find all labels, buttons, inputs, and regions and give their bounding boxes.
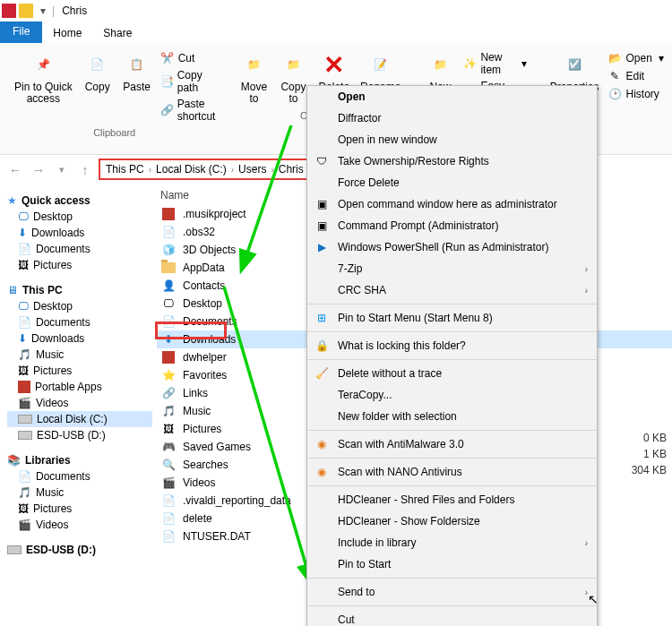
copy-path-button[interactable]: 📑Copy path bbox=[157, 68, 220, 95]
ctx-delnotrace[interactable]: 🧹Delete without a trace bbox=[307, 363, 597, 384]
usb-icon bbox=[18, 431, 32, 440]
open-btn[interactable]: 📂Open▾ bbox=[604, 50, 667, 66]
tree-esd[interactable]: ESD-USB (D:) bbox=[7, 542, 152, 558]
ctx-cmdadmin[interactable]: ▣Open command window here as administrat… bbox=[307, 193, 597, 215]
tree-pc-videos[interactable]: 🎬Videos bbox=[7, 395, 152, 411]
bc-part[interactable]: Local Disk (C:) bbox=[156, 163, 227, 176]
pc-icon: 🖥 bbox=[7, 284, 18, 296]
submenu-icon: › bbox=[585, 286, 588, 296]
tree-lib-music[interactable]: 🎵Music bbox=[7, 485, 152, 501]
start-icon: ⊞ bbox=[313, 310, 331, 326]
nav-up[interactable]: ↑ bbox=[75, 162, 95, 177]
tree-pictures[interactable]: 🖼Pictures bbox=[7, 257, 152, 273]
item-icon: ⭐ bbox=[161, 368, 176, 382]
app-icon bbox=[18, 381, 30, 393]
item-icon: 🧊 bbox=[161, 243, 176, 257]
ctx-cmdprompt[interactable]: ▣Command Prompt (Administrator) bbox=[307, 215, 597, 236]
ctx-cut[interactable]: Cut bbox=[307, 609, 597, 626]
open-icon: 📂 bbox=[607, 51, 622, 65]
ctx-forcedel[interactable]: Force Delete bbox=[307, 172, 597, 193]
window-title: Chris bbox=[62, 4, 87, 17]
edit-btn[interactable]: ✎Edit bbox=[604, 68, 667, 84]
copy-icon: 📄 bbox=[83, 50, 112, 79]
ctx-open[interactable]: Open bbox=[307, 86, 597, 107]
tab-home[interactable]: Home bbox=[42, 23, 92, 43]
bc-part[interactable]: This PC bbox=[106, 163, 144, 176]
ctx-teracopy[interactable]: TeraCopy... bbox=[307, 384, 597, 406]
ctx-takeown[interactable]: 🛡Take Ownership/Restore Rights bbox=[307, 150, 597, 172]
doc-icon: 📄 bbox=[18, 243, 31, 255]
tree-pc-portable[interactable]: Portable Apps bbox=[7, 379, 152, 395]
item-name: dwhelper bbox=[183, 351, 227, 364]
context-menu: Open Diffractor Open in new window 🛡Take… bbox=[306, 85, 598, 626]
tab-share[interactable]: Share bbox=[92, 23, 142, 43]
ctx-pinstart8[interactable]: ⊞Pin to Start Menu (Start Menu 8) bbox=[307, 307, 597, 329]
music-icon: 🎵 bbox=[18, 486, 31, 499]
rename-icon: 📝 bbox=[366, 50, 395, 79]
item-icon: 🖼 bbox=[161, 422, 176, 436]
paste-button[interactable]: 📋 Paste bbox=[117, 48, 157, 124]
ctx-crc[interactable]: CRC SHA› bbox=[307, 279, 597, 301]
group-clipboard-label: Clipboard bbox=[93, 127, 135, 140]
history-icon: 🕑 bbox=[607, 87, 622, 101]
tree-pc-downloads[interactable]: ⬇Downloads bbox=[7, 330, 152, 347]
tree-lib-pics[interactable]: 🖼Pictures bbox=[7, 501, 152, 517]
new-item-button[interactable]: ✨New item▾ bbox=[460, 50, 530, 77]
nav-recent[interactable]: ▾ bbox=[52, 164, 72, 176]
item-name: Desktop bbox=[183, 297, 222, 310]
ctx-newwin[interactable]: Open in new window bbox=[307, 129, 597, 150]
copy-button[interactable]: 📄 Copy bbox=[78, 48, 117, 124]
history-btn[interactable]: 🕑History bbox=[604, 86, 667, 102]
moveto-icon: 📁 bbox=[239, 50, 268, 79]
quickaccess-dropdown-icon[interactable]: ▾ bbox=[40, 4, 46, 17]
tree-thispc[interactable]: 🖥This PC bbox=[7, 282, 152, 298]
bc-part[interactable]: Users bbox=[238, 163, 266, 176]
tree-libraries[interactable]: 📚Libraries bbox=[7, 452, 152, 468]
tree-quickaccess[interactable]: ★Quick access bbox=[7, 193, 152, 209]
tree-pc-documents[interactable]: 📄Documents bbox=[7, 314, 152, 330]
bc-part[interactable]: Chris bbox=[279, 163, 304, 176]
item-name: Contacts bbox=[183, 279, 225, 292]
ctx-hdfs[interactable]: HDCleaner - Show Foldersize bbox=[307, 510, 597, 532]
ctx-whatlock[interactable]: 🔒What is locking this folder? bbox=[307, 335, 597, 356]
nav-back[interactable]: ← bbox=[5, 162, 25, 177]
tree-pc-desktop[interactable]: 🖵Desktop bbox=[7, 298, 152, 314]
ctx-nano[interactable]: ◉Scan with NANO Antivirus bbox=[307, 461, 597, 483]
ctx-antimalware[interactable]: ◉Scan with AntiMalware 3.0 bbox=[307, 433, 597, 455]
breadcrumb[interactable]: This PC› Local Disk (C:)› Users› Chris bbox=[99, 159, 311, 180]
paste-shortcut-button[interactable]: 🔗Paste shortcut bbox=[157, 97, 220, 124]
ctx-hdshred[interactable]: HDCleaner - Shred Files and Folders bbox=[307, 489, 597, 510]
tree-documents[interactable]: 📄Documents bbox=[7, 241, 152, 257]
cursor-icon: ↖ bbox=[588, 592, 599, 606]
nav-fwd[interactable]: → bbox=[29, 162, 48, 177]
pin-quick-access-button[interactable]: 📌 Pin to Quick access bbox=[9, 48, 78, 124]
tree-desktop[interactable]: 🖵Desktop bbox=[7, 209, 152, 225]
item-icon: ⬇ bbox=[161, 332, 176, 347]
ctx-diffractor[interactable]: Diffractor bbox=[307, 107, 597, 129]
tree-downloads[interactable]: ⬇Downloads bbox=[7, 225, 152, 241]
item-icon: 📄 bbox=[161, 314, 176, 329]
shield-icon: 🛡 bbox=[313, 153, 331, 169]
ctx-inclib[interactable]: Include in library› bbox=[307, 532, 597, 553]
tree-pc-esd[interactable]: ESD-USB (D:) bbox=[7, 427, 152, 443]
tree-pc-local[interactable]: Local Disk (C:) bbox=[7, 411, 152, 427]
tree-pc-music[interactable]: 🎵Music bbox=[7, 347, 152, 363]
ctx-ps[interactable]: ▶Windows PowerShell (Run as Administrato… bbox=[307, 236, 597, 258]
item-name: Links bbox=[183, 387, 208, 399]
cut-button[interactable]: ✂️Cut bbox=[157, 50, 220, 66]
tree-lib-vids[interactable]: 🎬Videos bbox=[7, 517, 152, 533]
item-name: .vivaldi_reporting_data bbox=[183, 494, 291, 507]
tree-pc-pictures[interactable]: 🖼Pictures bbox=[7, 363, 152, 379]
item-name: Searches bbox=[183, 459, 228, 471]
tab-file[interactable]: File bbox=[0, 21, 42, 43]
ctx-7zip[interactable]: 7-Zip› bbox=[307, 258, 597, 279]
ctx-pintostart[interactable]: Pin to Start bbox=[307, 553, 597, 575]
ctx-newfoldersel[interactable]: New folder with selection bbox=[307, 406, 597, 427]
move-to-button[interactable]: 📁Move to bbox=[234, 48, 273, 107]
ctx-sendto[interactable]: Send to› bbox=[307, 581, 597, 603]
tree-lib-docs[interactable]: 📄Documents bbox=[7, 468, 152, 485]
star-icon: ★ bbox=[7, 194, 17, 207]
doc-icon: 📄 bbox=[18, 316, 31, 329]
nano-icon: ◉ bbox=[313, 464, 331, 480]
size-column: 0 KB1 KB304 KB bbox=[632, 430, 667, 478]
